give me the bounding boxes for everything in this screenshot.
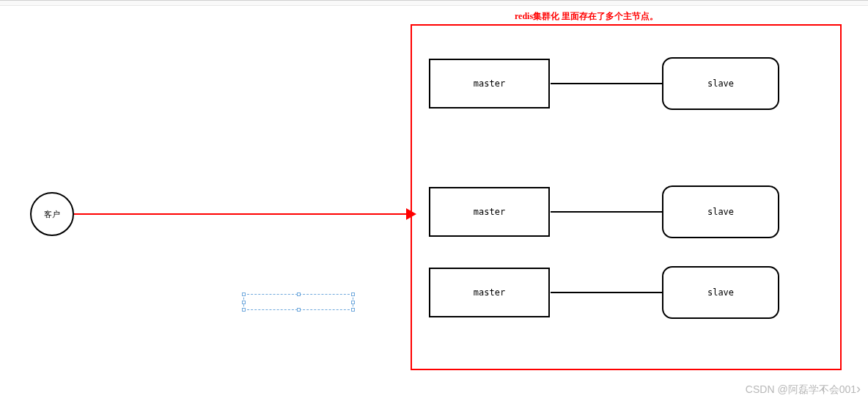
slave-label: slave xyxy=(707,78,734,89)
diagram-title: redis集群化 里面存在了多个主节点。 xyxy=(515,10,658,23)
connector-1 xyxy=(551,83,662,84)
connector-2 xyxy=(551,211,662,213)
client-to-cluster-line xyxy=(74,213,411,215)
client-node: 客户 xyxy=(30,192,74,236)
slave-node-2: slave xyxy=(662,185,779,238)
resize-handle[interactable] xyxy=(242,301,246,304)
master-node-3: master xyxy=(429,268,550,317)
client-label: 客户 xyxy=(44,209,60,220)
master-label: master xyxy=(474,207,505,217)
slave-node-3: slave xyxy=(662,266,779,319)
slave-label: slave xyxy=(707,207,734,217)
slave-node-1: slave xyxy=(662,57,779,110)
master-node-1: master xyxy=(429,59,550,108)
nav-next-icon[interactable]: › xyxy=(856,381,861,397)
nav-prev-icon[interactable]: ‹ xyxy=(821,381,825,397)
resize-handle[interactable] xyxy=(351,308,355,312)
resize-handle[interactable] xyxy=(297,308,301,312)
resize-handle[interactable] xyxy=(351,293,355,296)
top-bar xyxy=(0,0,868,6)
selection-placeholder[interactable] xyxy=(243,294,353,310)
client-to-cluster-arrowhead xyxy=(406,208,416,220)
watermark: CSDN @阿磊学不会001 xyxy=(746,383,856,397)
slave-label: slave xyxy=(707,287,734,298)
resize-handle[interactable] xyxy=(242,308,246,312)
connector-3 xyxy=(551,292,662,293)
master-label: master xyxy=(474,78,505,89)
master-label: master xyxy=(474,287,505,298)
resize-handle[interactable] xyxy=(297,293,301,296)
resize-handle[interactable] xyxy=(351,301,355,304)
master-node-2: master xyxy=(429,187,550,237)
resize-handle[interactable] xyxy=(242,293,246,296)
